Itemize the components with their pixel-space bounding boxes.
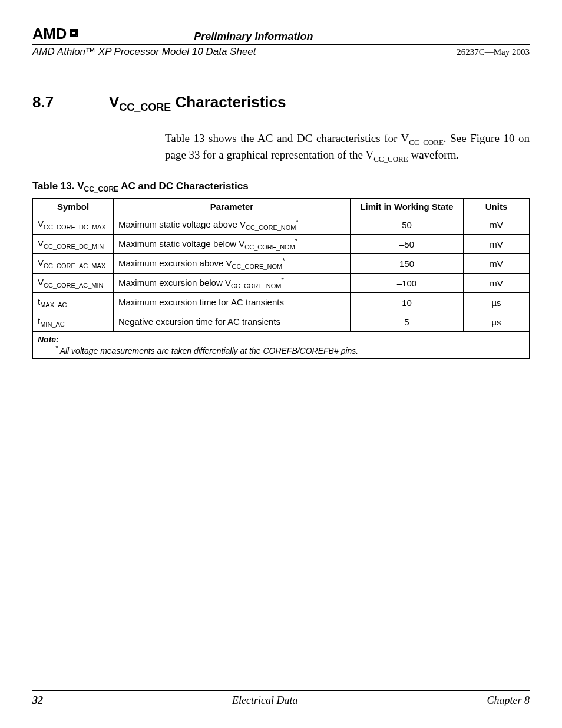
param-main: Negative excursion time for AC transient… <box>118 317 280 327</box>
body-frag-1c: waveform. <box>408 149 459 161</box>
table-note-row: Note: * All voltage measurements are tak… <box>33 332 530 359</box>
cell-param: Maximum excursion above VCC_CORE_NOM* <box>114 254 351 274</box>
caption-prefix: Table 13. V <box>32 180 84 192</box>
sym-sub: CC_CORE_DC_MIN <box>44 243 104 250</box>
sym-main: V <box>38 277 44 287</box>
footer-right: Chapter 8 <box>487 694 530 707</box>
cell-symbol: VCC_CORE_AC_MIN <box>33 274 114 293</box>
cell-param: Maximum excursion time for AC transients <box>114 293 351 312</box>
header-rule <box>32 44 530 45</box>
page-number: 32 <box>32 694 43 707</box>
table-row: VCC_CORE_AC_MIN Maximum excursion below … <box>33 274 530 293</box>
sym-sub: CC_CORE_AC_MIN <box>44 282 103 289</box>
cell-units: mV <box>464 215 530 235</box>
table-header-row: Symbol Parameter Limit in Working State … <box>33 199 530 215</box>
amd-logo: AMD <box>32 25 81 43</box>
page-footer: 32 Electrical Data Chapter 8 <box>32 690 530 707</box>
cell-param: Maximum static voltage above VCC_CORE_NO… <box>114 215 351 235</box>
footer-center: Electrical Data <box>232 694 297 707</box>
table-row: VCC_CORE_DC_MIN Maximum static voltage b… <box>33 235 530 254</box>
page: AMD Preliminary Information AMD Athlon™ … <box>0 0 562 728</box>
param-star: * <box>281 276 283 284</box>
body-frag-1a: Table 13 shows the AC and DC characteris… <box>165 132 409 144</box>
sym-main: V <box>38 238 44 248</box>
cell-units: µs <box>464 312 530 332</box>
param-star: * <box>295 238 297 245</box>
sym-sub: MIN_AC <box>40 321 65 328</box>
doc-id-placeholder <box>427 33 530 43</box>
sym-sub: CC_CORE_AC_MAX <box>44 262 105 269</box>
caption-suffix: AC and DC Characteristics <box>118 180 248 192</box>
table-caption: Table 13. VCC_CORE AC and DC Characteris… <box>32 180 530 193</box>
section-number: 8.7 <box>32 93 109 111</box>
cell-symbol: VCC_CORE_DC_MIN <box>33 235 114 254</box>
param-star: * <box>296 218 299 225</box>
cell-param: Maximum static voltage below VCC_CORE_NO… <box>114 235 351 254</box>
cell-symbol: tMAX_AC <box>33 293 114 312</box>
cell-limit: 10 <box>351 293 464 312</box>
table-row: tMAX_AC Maximum excursion time for AC tr… <box>33 293 530 312</box>
cell-units: mV <box>464 254 530 274</box>
caption-sub: CC_CORE <box>84 185 119 193</box>
subheader: AMD Athlon™ XP Processor Model 10 Data S… <box>32 46 530 58</box>
section-title-prefix: V <box>109 93 119 111</box>
footer-rule <box>32 690 530 691</box>
section-body: Table 13 shows the AC and DC characteris… <box>165 131 530 164</box>
table-row: VCC_CORE_AC_MAX Maximum excursion above … <box>33 254 530 274</box>
table-note-cell: Note: * All voltage measurements are tak… <box>33 332 530 359</box>
cell-units: µs <box>464 293 530 312</box>
characteristics-table: Symbol Parameter Limit in Working State … <box>32 198 530 359</box>
table-row: tMIN_AC Negative excursion time for AC t… <box>33 312 530 332</box>
cell-limit: –100 <box>351 274 464 293</box>
sym-main: V <box>38 258 44 268</box>
section-title-suffix: Characteristics <box>171 93 286 111</box>
param-sub: CC_CORE_NOM <box>244 243 295 251</box>
note-body: All voltage measurements are taken diffe… <box>58 346 358 355</box>
param-main: Maximum static voltage above V <box>118 219 246 229</box>
table-row: VCC_CORE_DC_MAX Maximum static voltage a… <box>33 215 530 235</box>
note-text: * All voltage measurements are taken dif… <box>55 344 524 355</box>
cell-units: mV <box>464 274 530 293</box>
table-body: VCC_CORE_DC_MAX Maximum static voltage a… <box>33 215 530 359</box>
logo-text: AMD <box>32 25 67 43</box>
cell-limit: 150 <box>351 254 464 274</box>
param-main: Maximum excursion above V <box>118 258 232 268</box>
param-star: * <box>282 257 285 264</box>
page-header: AMD Preliminary Information <box>32 25 530 43</box>
param-main: Maximum static voltage below V <box>118 239 244 249</box>
doc-id: 26237C—May 2003 <box>427 47 530 57</box>
th-limit: Limit in Working State <box>351 199 464 215</box>
note-label: Note: <box>38 335 524 344</box>
th-parameter: Parameter <box>114 199 351 215</box>
param-main: Maximum excursion below V <box>118 278 231 288</box>
param-sub: CC_CORE_NOM <box>232 263 283 270</box>
cell-symbol: tMIN_AC <box>33 312 114 332</box>
cell-units: mV <box>464 235 530 254</box>
body-sub-2: CC_CORE <box>373 154 408 163</box>
param-main: Maximum excursion time for AC transients <box>118 297 284 307</box>
cell-param: Negative excursion time for AC transient… <box>114 312 351 332</box>
section-heading: 8.7 VCC_CORE Characteristics <box>32 93 530 114</box>
sym-main: V <box>38 219 44 229</box>
amd-arrow-icon <box>68 25 81 43</box>
sym-sub: CC_CORE_DC_MAX <box>44 223 106 230</box>
th-units: Units <box>464 199 530 215</box>
footer-row: 32 Electrical Data Chapter 8 <box>32 694 530 707</box>
param-sub: CC_CORE_NOM <box>231 282 282 289</box>
cell-symbol: VCC_CORE_AC_MAX <box>33 254 114 274</box>
cell-symbol: VCC_CORE_DC_MAX <box>33 215 114 235</box>
preliminary-label: Preliminary Information <box>81 31 427 43</box>
cell-limit: –50 <box>351 235 464 254</box>
th-symbol: Symbol <box>33 199 114 215</box>
cell-limit: 5 <box>351 312 464 332</box>
sym-sub: MAX_AC <box>40 301 67 308</box>
cell-param: Maximum excursion below VCC_CORE_NOM* <box>114 274 351 293</box>
doc-title: AMD Athlon™ XP Processor Model 10 Data S… <box>32 46 256 58</box>
param-sub: CC_CORE_NOM <box>246 224 296 231</box>
section-title: VCC_CORE Characteristics <box>109 93 286 114</box>
body-sub-1: CC_CORE <box>409 138 444 147</box>
section-title-sub: CC_CORE <box>119 101 171 113</box>
cell-limit: 50 <box>351 215 464 235</box>
